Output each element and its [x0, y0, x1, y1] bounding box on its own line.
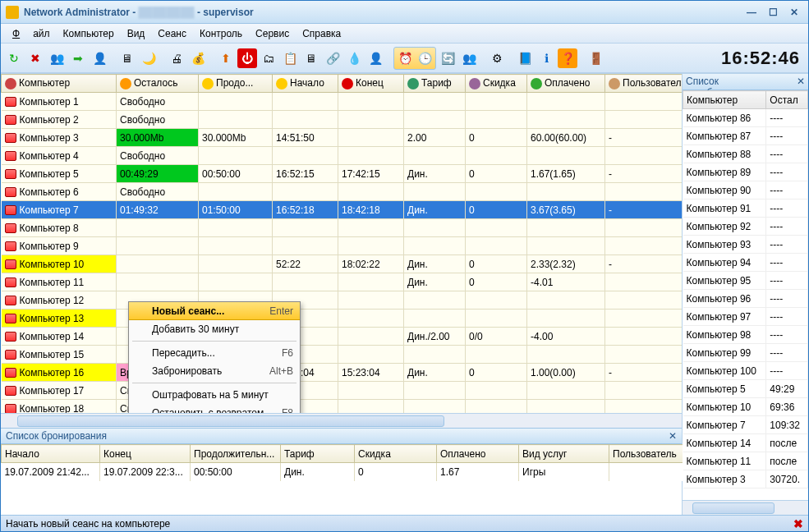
- sh-computer[interactable]: Компьютер: [683, 91, 766, 109]
- h-tariff[interactable]: Тариф: [404, 75, 466, 93]
- bh-tariff[interactable]: Тариф: [281, 445, 355, 463]
- maximize-button[interactable]: ☐: [764, 5, 782, 20]
- list-item[interactable]: Компьютер 549:29: [683, 380, 808, 398]
- list-item[interactable]: Компьютер 86----: [683, 109, 808, 127]
- table-row[interactable]: Компьютер 13: [2, 310, 683, 328]
- h-start[interactable]: Начало: [273, 75, 338, 93]
- table-row[interactable]: Компьютер 11Дин.0-4.01: [2, 273, 683, 291]
- bh-dur[interactable]: Продолжительн...: [191, 445, 281, 463]
- menu-service[interactable]: Сервис: [249, 26, 296, 41]
- list-item[interactable]: Компьютер 94----: [683, 254, 808, 272]
- tb-monitor-icon[interactable]: 🖥: [301, 48, 321, 68]
- tb-up-icon[interactable]: ⬆: [216, 48, 236, 68]
- table-row[interactable]: Компьютер 1452:39Дин./2.000/0-4.00: [2, 328, 683, 346]
- close-button[interactable]: ✕: [785, 5, 803, 20]
- side-close-icon[interactable]: ✕: [797, 76, 805, 88]
- ctx-add-30min[interactable]: Добавить 30 минут: [129, 320, 300, 338]
- list-item[interactable]: Компьютер 90----: [683, 181, 808, 200]
- main-h-scrollbar[interactable]: [1, 413, 682, 428]
- list-item[interactable]: Компьютер 92----: [683, 218, 808, 236]
- tb-clock-icon[interactable]: 🕒: [415, 48, 434, 68]
- h-discount[interactable]: Скидка: [466, 75, 527, 93]
- tb-help-icon[interactable]: ❓: [558, 48, 577, 68]
- minimize-button[interactable]: —: [742, 5, 761, 20]
- tb-book-icon[interactable]: 📘: [515, 48, 535, 68]
- bh-service[interactable]: Вид услуг: [519, 445, 609, 463]
- ctx-book[interactable]: ЗабронироватьAlt+B: [129, 362, 300, 380]
- side-grid[interactable]: Компьютер Остал Компьютер 86----Компьюте…: [683, 90, 808, 500]
- menu-session[interactable]: Сеанс: [151, 26, 193, 41]
- list-item[interactable]: Компьютер 89----: [683, 163, 808, 181]
- tb-power-icon[interactable]: ⏻: [237, 48, 257, 68]
- h-end[interactable]: Конец: [338, 75, 404, 93]
- table-row[interactable]: Компьютер 16Время вышло00:30:0014:53:041…: [2, 364, 683, 382]
- tb-person-icon[interactable]: 👤: [365, 48, 385, 68]
- table-row[interactable]: Компьютер 2Свободно: [2, 111, 683, 129]
- bh-discount[interactable]: Скидка: [355, 445, 437, 463]
- list-item[interactable]: Компьютер 7109:32: [683, 416, 808, 434]
- h-duration[interactable]: Продо...: [199, 75, 273, 93]
- tb-gear-icon[interactable]: ⚙: [487, 48, 507, 68]
- list-item[interactable]: Компьютер 96----: [683, 290, 808, 308]
- booking-grid[interactable]: Начало Конец Продолжительн... Тариф Скид…: [1, 444, 682, 515]
- ctx-stop[interactable]: Остановить с возвратомF8: [129, 404, 300, 413]
- list-item[interactable]: Компьютер 97----: [683, 308, 808, 326]
- tb-user-icon[interactable]: 👤: [90, 48, 109, 68]
- table-row[interactable]: Компьютер 4Свободно: [2, 147, 683, 165]
- tb-print-icon[interactable]: 🖨: [167, 48, 186, 68]
- tb-go-icon[interactable]: ➡: [68, 48, 88, 68]
- list-item[interactable]: Компьютер 11после: [683, 452, 808, 470]
- table-row[interactable]: Компьютер 1052:2218:02:22Дин.02.33(2.32)…: [2, 255, 683, 273]
- table-row[interactable]: Компьютер 500:49:2900:50:0016:52:1517:42…: [2, 165, 683, 183]
- list-item[interactable]: Компьютер 95----: [683, 272, 808, 290]
- main-grid[interactable]: Компьютер Осталось Продо... Начало Конец…: [1, 74, 682, 413]
- tb-cards-icon[interactable]: 🗂: [259, 48, 278, 68]
- h-remaining[interactable]: Осталось: [117, 75, 199, 93]
- tb-delete-icon[interactable]: ✖: [25, 48, 45, 68]
- tb-drop-icon[interactable]: 💧: [344, 48, 364, 68]
- tb-exit-icon[interactable]: 🚪: [586, 48, 605, 68]
- list-item[interactable]: Компьютер 100----: [683, 362, 808, 380]
- list-item[interactable]: Компьютер 1069:36: [683, 398, 808, 416]
- ctx-move[interactable]: Пересадить...F6: [129, 344, 300, 362]
- h-paid[interactable]: Оплачено: [527, 75, 605, 93]
- tb-money-icon[interactable]: 💰: [188, 48, 208, 68]
- booking-row[interactable]: 19.07.2009 21:42... 19.07.2009 22:3... 0…: [2, 463, 765, 481]
- ctx-fine[interactable]: Оштрафовать на 5 минут: [129, 386, 300, 404]
- tb-moon-icon[interactable]: 🌙: [139, 48, 159, 68]
- h-computer[interactable]: Компьютер: [2, 75, 117, 93]
- h-user[interactable]: Пользователь: [605, 75, 683, 93]
- tb-group-icon[interactable]: 👥: [459, 48, 479, 68]
- bh-end[interactable]: Конец: [100, 445, 191, 463]
- list-item[interactable]: Компьютер 99----: [683, 344, 808, 362]
- table-row[interactable]: Компьютер 6Свободно: [2, 183, 683, 201]
- tb-info-icon[interactable]: ℹ: [536, 48, 556, 68]
- scrollbar-thumb[interactable]: [692, 502, 775, 514]
- table-row[interactable]: Компьютер 12: [2, 291, 683, 310]
- list-item[interactable]: Компьютер 330720.: [683, 470, 808, 488]
- tb-copy-icon[interactable]: 📋: [280, 48, 300, 68]
- scrollbar-thumb[interactable]: [17, 415, 444, 427]
- list-item[interactable]: Компьютер 98----: [683, 326, 808, 344]
- table-row[interactable]: Компьютер 8: [2, 219, 683, 237]
- menu-help[interactable]: Справка: [296, 26, 347, 41]
- sh-remaining[interactable]: Остал: [766, 91, 808, 109]
- table-row[interactable]: Компьютер 1Свободно: [2, 93, 683, 111]
- tb-refresh-icon[interactable]: ↻: [4, 48, 24, 68]
- tb-link-icon[interactable]: 🔗: [323, 48, 342, 68]
- list-item[interactable]: Компьютер 91----: [683, 200, 808, 218]
- tb-refresh2-icon[interactable]: 🔄: [438, 48, 457, 68]
- status-close-icon[interactable]: ✖: [793, 517, 803, 530]
- table-row[interactable]: Компьютер 15: [2, 346, 683, 364]
- table-row[interactable]: Компьютер 17Свободно: [2, 382, 683, 400]
- bh-paid[interactable]: Оплачено: [437, 445, 519, 463]
- bh-start[interactable]: Начало: [2, 445, 100, 463]
- tb-screen-icon[interactable]: 🖥: [117, 48, 137, 68]
- list-item[interactable]: Компьютер 87----: [683, 127, 808, 145]
- table-row[interactable]: Компьютер 330.000Mb30.000Mb14:51:502.000…: [2, 129, 683, 147]
- list-item[interactable]: Компьютер 93----: [683, 236, 808, 254]
- menu-file[interactable]: Файл: [6, 26, 57, 41]
- list-item[interactable]: Компьютер 88----: [683, 145, 808, 163]
- table-row[interactable]: Компьютер 9: [2, 237, 683, 255]
- tb-users-icon[interactable]: 👥: [47, 48, 67, 68]
